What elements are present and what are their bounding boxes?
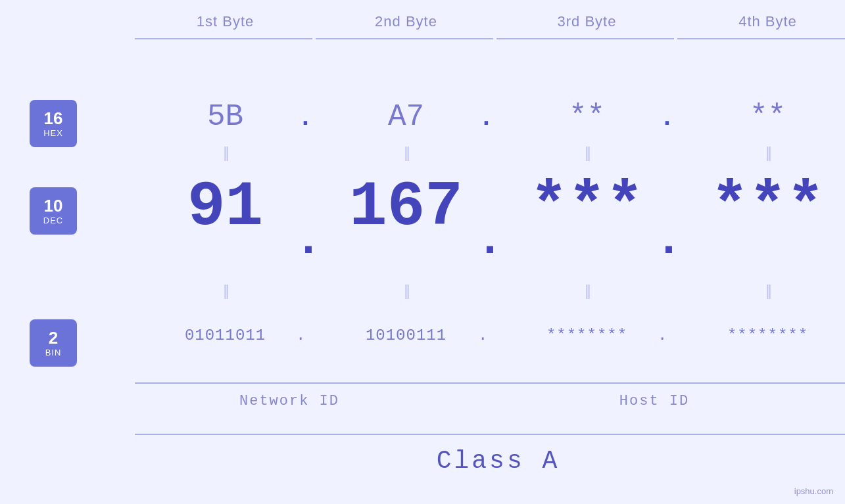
bin-b1: 01011011: [135, 327, 316, 344]
bracket-top-4: [677, 38, 845, 39]
bin-b3: ********: [496, 327, 677, 344]
host-id-label: Host ID: [447, 393, 845, 409]
class-bracket-line: [135, 434, 845, 435]
byte1-header: 1st Byte: [135, 13, 316, 30]
byte2-header: 2nd Byte: [316, 13, 496, 30]
dec-b2: 167: [316, 176, 496, 239]
hex-b2: A7: [316, 100, 496, 134]
hex-dot3: .: [660, 104, 675, 132]
bracket-top-1: [135, 38, 312, 39]
hex-b4: **: [677, 100, 845, 134]
bin-dot3: .: [658, 327, 667, 344]
eq1-b3: ||: [496, 143, 677, 162]
bin-dot1: .: [296, 327, 305, 344]
class-label: Class A: [135, 447, 845, 475]
dec-badge-num: 10: [44, 196, 63, 216]
hex-badge-num: 16: [44, 109, 63, 128]
bin-b2: 10100111: [316, 327, 496, 344]
eq1-b4: ||: [677, 143, 845, 162]
bin-badge-num: 2: [49, 329, 58, 348]
dec-badge-label: DEC: [43, 216, 63, 225]
watermark: ipshu.com: [794, 486, 833, 496]
hex-dot2: .: [479, 104, 494, 132]
hex-badge: 16 HEX: [30, 100, 77, 147]
hex-badge-label: HEX: [43, 128, 63, 138]
hex-b1: 5B: [135, 100, 316, 134]
bin-badge-label: BIN: [45, 348, 62, 357]
eq2-b4: ||: [677, 281, 845, 300]
dec-b4: ***: [677, 176, 845, 239]
dec-badge: 10 DEC: [30, 187, 77, 235]
eq2-b2: ||: [316, 281, 496, 300]
page-container: 1st Byte 2nd Byte 3rd Byte 4th Byte 16 H…: [0, 0, 845, 504]
bin-dot2: .: [478, 327, 487, 344]
eq2-b3: ||: [496, 281, 677, 300]
dec-b1: 91: [135, 176, 316, 239]
host-bracket-line: [316, 382, 845, 384]
bracket-top-2: [316, 38, 493, 39]
network-id-label: Network ID: [135, 393, 444, 409]
dec-b3: ***: [496, 176, 677, 239]
bin-b4: ********: [677, 327, 845, 344]
bin-badge: 2 BIN: [30, 319, 77, 367]
bracket-top-3: [496, 38, 674, 39]
eq1-b1: ||: [135, 143, 316, 162]
eq2-b1: ||: [135, 281, 316, 300]
byte3-header: 3rd Byte: [496, 13, 677, 30]
hex-b3: **: [496, 100, 677, 134]
hex-dot1: .: [298, 104, 313, 132]
byte4-header: 4th Byte: [677, 13, 845, 30]
eq1-b2: ||: [316, 143, 496, 162]
